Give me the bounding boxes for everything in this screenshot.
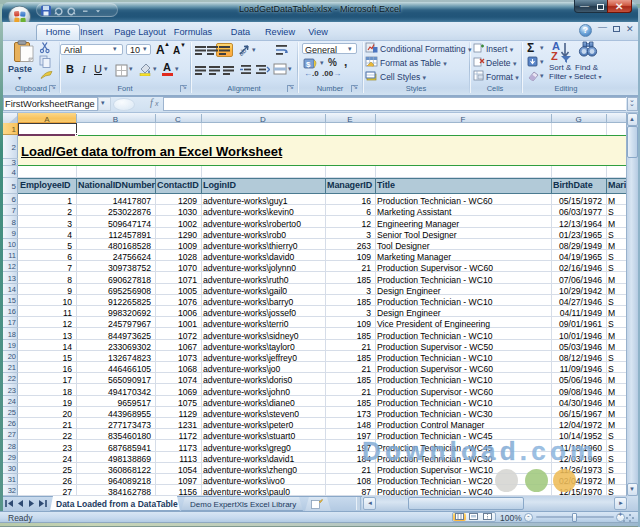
- svg-text:$: $: [306, 60, 311, 69]
